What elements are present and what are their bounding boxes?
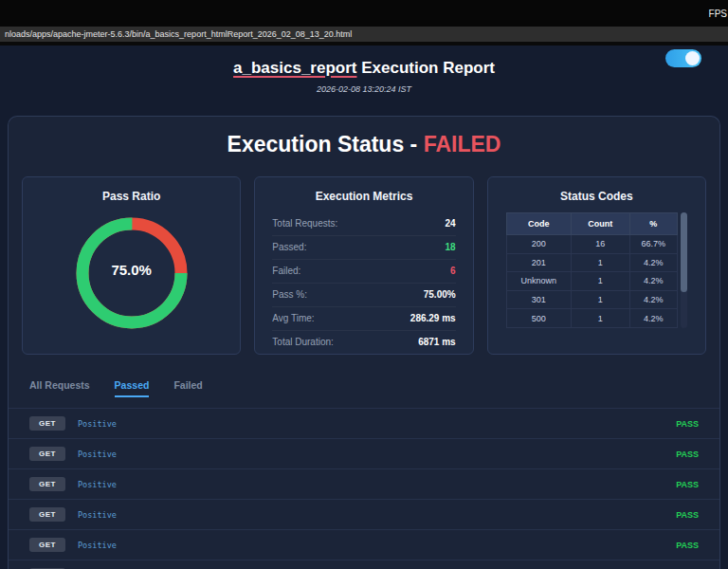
address-text: nloads/apps/apache-jmeter-5.6.3/bin/a_ba…: [5, 29, 352, 39]
scrollbar-thumb[interactable]: [681, 212, 687, 292]
tabs: All RequestsPassedFailed: [29, 379, 719, 397]
metric-value: 6: [450, 266, 456, 276]
request-method-badge: GET: [29, 538, 65, 552]
status-codes-scrollbar[interactable]: [681, 212, 687, 328]
request-result-badge: PASS: [676, 450, 699, 459]
request-result-badge: PASS: [676, 541, 699, 550]
request-result-badge: PASS: [676, 480, 699, 489]
tab-passed[interactable]: Passed: [115, 379, 150, 397]
report-header: a_basics_report Execution Report 2026-02…: [0, 46, 728, 94]
request-method-badge: GET: [29, 416, 65, 431]
browser-topbar: FPS: [0, 0, 728, 27]
status-codes-header-cell: Count: [571, 213, 629, 235]
status-codes-table: CodeCount% 2001666.7%20114.2%Unknown14.2…: [506, 212, 678, 328]
tab-failed[interactable]: Failed: [173, 379, 202, 397]
request-row[interactable]: GET Positive PASS: [9, 530, 719, 560]
status-code-cell: 1: [571, 272, 629, 291]
status-codes-table-area: CodeCount% 2001666.7%20114.2%Unknown14.2…: [488, 212, 705, 328]
status-code-cell: 66.7%: [629, 235, 677, 254]
request-row[interactable]: GET Positive PASS: [9, 439, 719, 469]
request-row[interactable]: GET Positive - 301 PASS: [9, 560, 719, 569]
fps-counter: FPS: [709, 9, 728, 19]
status-code-cell: 301: [506, 290, 571, 309]
metric-label: Failed:: [272, 266, 300, 276]
donut-center-label: 75.0%: [71, 262, 192, 278]
metric-label: Passed:: [272, 242, 306, 252]
request-name: Positive: [78, 450, 117, 459]
report-title-rest: Execution Report: [356, 59, 494, 77]
report-timestamp: 2026-02-08 13:20:24 IST: [0, 84, 728, 94]
status-code-cell: 4.2%: [629, 290, 677, 309]
execution-status-banner: Execution Status - FAILED: [9, 132, 719, 157]
request-name: Positive: [78, 480, 117, 489]
status-codes-title: Status Codes: [488, 190, 705, 203]
status-code-row: 50014.2%: [506, 309, 677, 328]
status-code-cell: 4.2%: [629, 272, 677, 291]
status-code-cell: 4.2%: [629, 253, 677, 272]
status-codes-head-row: CodeCount%: [506, 213, 677, 235]
request-row[interactable]: GET Positive PASS: [9, 500, 719, 530]
status-code-cell: 4.2%: [629, 309, 677, 328]
status-code-row: 2001666.7%: [506, 235, 677, 254]
page-title: a_basics_report Execution Report: [0, 59, 728, 78]
status-code-cell: 201: [506, 253, 571, 272]
request-name: Positive: [78, 510, 117, 520]
status-codes-card: Status Codes CodeCount% 2001666.7%20114.…: [487, 176, 706, 355]
status-value: FAILED: [424, 132, 501, 156]
metric-value: 6871 ms: [418, 337, 455, 347]
pass-ratio-title: Pass Ratio: [23, 190, 240, 203]
tab-all-requests[interactable]: All Requests: [29, 379, 90, 397]
status-code-row: 30114.2%: [506, 290, 677, 309]
address-bar[interactable]: nloads/apps/apache-jmeter-5.6.3/bin/a_ba…: [0, 27, 728, 46]
execution-metrics-card: Execution Metrics Total Requests: 24 Pas…: [254, 176, 473, 355]
status-codes-body: 2001666.7%20114.2%Unknown14.2%30114.2%50…: [506, 235, 677, 328]
execution-metrics-title: Execution Metrics: [255, 190, 472, 203]
request-name: Positive: [78, 541, 117, 550]
status-code-row: Unknown14.2%: [506, 272, 677, 291]
status-code-cell: Unknown: [506, 272, 571, 291]
status-code-cell: 1: [571, 309, 629, 328]
status-code-cell: 1: [571, 290, 629, 309]
status-code-row: 20114.2%: [506, 253, 677, 272]
request-method-badge: GET: [29, 477, 65, 491]
status-code-cell: 500: [506, 309, 571, 328]
report-panel: Execution Status - FAILED Pass Ratio 75.…: [8, 116, 720, 569]
request-method-badge: GET: [29, 507, 65, 522]
request-list: GET Positive PASS GET Positive PASS GET …: [9, 408, 719, 569]
status-code-cell: 200: [506, 235, 571, 254]
pass-ratio-donut: 75.0%: [71, 212, 192, 338]
request-result-badge: PASS: [676, 419, 699, 429]
metric-row: Total Requests: 24: [272, 212, 455, 236]
metric-label: Pass %:: [272, 289, 307, 300]
metric-row: Passed: 18: [272, 236, 455, 260]
metric-value: 24: [446, 218, 456, 229]
report-name: a_basics_report: [233, 59, 356, 77]
metric-row: Failed: 6: [272, 260, 455, 284]
status-codes-header-cell: %: [629, 213, 677, 235]
status-code-cell: 16: [571, 235, 629, 254]
metric-value: 286.29 ms: [410, 313, 456, 323]
request-row[interactable]: GET Positive PASS: [9, 469, 719, 500]
metric-row: Avg Time: 286.29 ms: [272, 307, 455, 331]
metric-value: 18: [446, 242, 456, 252]
page: FPS nloads/apps/apache-jmeter-5.6.3/bin/…: [0, 0, 728, 569]
metrics-rows: Total Requests: 24 Passed: 18 Failed: 6 …: [272, 212, 455, 354]
metric-label: Total Requests:: [272, 218, 337, 229]
metric-row: Pass %: 75.00%: [272, 284, 455, 307]
toggle-knob-icon: [685, 51, 700, 65]
metric-label: Avg Time:: [272, 313, 314, 323]
pass-ratio-card: Pass Ratio 75.0%: [22, 176, 241, 355]
status-codes-header-cell: Code: [506, 213, 571, 235]
status-prefix: Execution Status -: [228, 132, 424, 156]
metric-value: 75.00%: [424, 289, 456, 300]
request-method-badge: GET: [29, 447, 65, 461]
metric-row: Total Duration: 6871 ms: [272, 331, 455, 354]
summary-cards: Pass Ratio 75.0% Execution Metrics Total…: [22, 176, 706, 355]
theme-toggle[interactable]: [665, 49, 701, 67]
request-result-badge: PASS: [676, 510, 699, 520]
status-code-cell: 1: [571, 253, 629, 272]
request-row[interactable]: GET Positive PASS: [9, 409, 719, 439]
metric-label: Total Duration:: [272, 337, 333, 347]
request-name: Positive: [78, 419, 117, 429]
